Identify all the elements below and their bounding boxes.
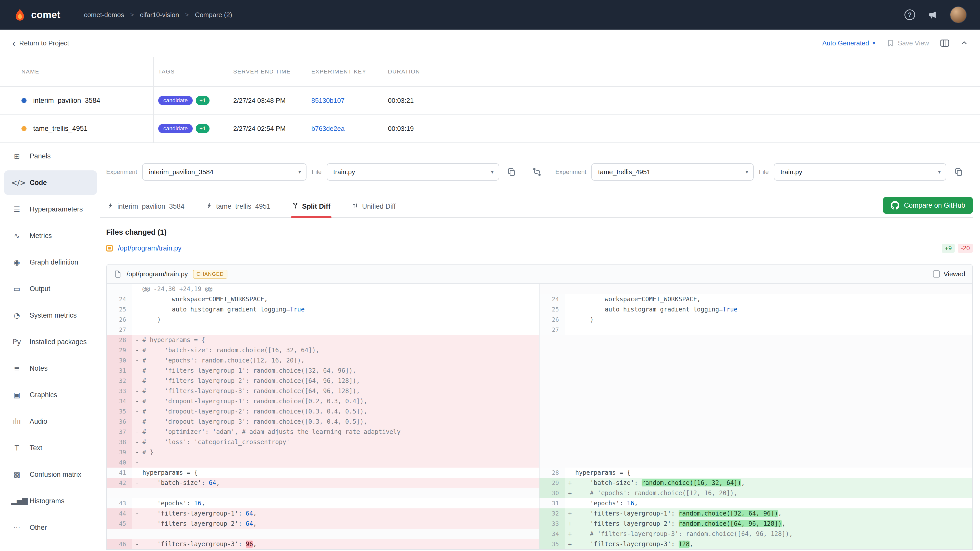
- code-token: # 'filters-layergroup-2': random.choice(…: [142, 377, 360, 384]
- code-text: -: [132, 457, 539, 468]
- code-token: ,: [778, 510, 782, 517]
- comet-logo[interactable]: comet: [13, 8, 60, 21]
- code-token: auto_histogram_gradient_logging=: [142, 306, 290, 313]
- breadcrumb-item-comet-demos[interactable]: comet-demos: [84, 11, 124, 19]
- name-cell: interim_pavilion_3584: [0, 97, 153, 105]
- code-icon: </>: [11, 179, 22, 187]
- experiment-key-link[interactable]: 85130b107: [311, 97, 345, 105]
- main-content: Experiment interim_pavilion_3584 ▾ File …: [100, 143, 980, 551]
- code-text: [565, 376, 972, 386]
- left-diff-line: 36-# 'dropout-layergroup-3': random.choi…: [107, 416, 539, 427]
- table-layout-icon[interactable]: [940, 38, 950, 48]
- right-diff-line: 33+ 'filters-layergroup-2': random.choic…: [539, 519, 972, 529]
- table-row[interactable]: interim_pavilion_3584candidate+12/27/24 …: [0, 87, 980, 115]
- sidebar-item-code[interactable]: </>Code: [4, 170, 97, 195]
- code-token: ,: [253, 520, 256, 527]
- tag-chip[interactable]: candidate: [158, 96, 192, 105]
- tag-count-chip[interactable]: +1: [196, 124, 209, 133]
- line-number: 25: [107, 304, 132, 314]
- sidebar-item-hyperparameters[interactable]: ☰Hyperparameters: [4, 197, 97, 221]
- experiment-name[interactable]: tame_trellis_4951: [33, 125, 88, 133]
- right-diff-line: [539, 355, 972, 365]
- file-select-right-value: train.py: [780, 168, 802, 176]
- file-select-right[interactable]: train.py ▾: [774, 163, 946, 181]
- tag-chip[interactable]: candidate: [158, 124, 192, 133]
- tab-label: Split Diff: [302, 203, 331, 210]
- view-selector-dropdown[interactable]: Auto Generated ▾: [822, 39, 875, 47]
- tab-split-diff[interactable]: Split Diff: [291, 197, 331, 218]
- line-number: 29: [539, 478, 565, 488]
- sidebar-item-metrics[interactable]: ∿Metrics: [4, 224, 97, 248]
- diff-marker: -: [135, 427, 142, 437]
- code-text: [565, 345, 972, 355]
- tab-interim-pavilion-3584[interactable]: interim_pavilion_3584: [106, 197, 186, 218]
- experiment-key-link[interactable]: b763de2ea: [311, 125, 345, 133]
- line-number: 33: [539, 519, 565, 529]
- line-number: [539, 365, 565, 376]
- sidebar-item-audio[interactable]: ılııAudio: [4, 409, 97, 433]
- sidebar-item-text[interactable]: TText: [4, 436, 97, 460]
- chevron-down-icon: ▾: [491, 169, 493, 175]
- installed-packages-icon: Py: [11, 338, 22, 346]
- sidebar-item-output[interactable]: ▭Output: [4, 276, 97, 301]
- breadcrumb-item-compare-2[interactable]: Compare (2): [195, 11, 232, 19]
- changed-file-link[interactable]: /opt/program/train.py: [118, 245, 181, 252]
- code-text: -# 'batch-size': random.choice([16, 32, …: [132, 345, 539, 355]
- line-number: [539, 437, 565, 447]
- file-select-left[interactable]: train.py ▾: [327, 163, 499, 181]
- code-text: ): [565, 314, 972, 325]
- diff-marker: [135, 294, 142, 304]
- right-diff-line: 25 auto_histogram_gradient_logging=True: [539, 304, 972, 314]
- column-header-duration: DURATION: [383, 68, 980, 75]
- copy-file-left-button[interactable]: [504, 165, 519, 179]
- sidebar-item-confusion-matrix[interactable]: ▩Confusion matrix: [4, 462, 97, 487]
- code-token: 'epochs':: [142, 500, 194, 507]
- tab-unified-diff[interactable]: Unified Diff: [351, 197, 397, 218]
- audio-icon: ılıı: [11, 417, 22, 426]
- top-nav: comet comet-demos>cifar10-vision>Compare…: [0, 0, 980, 30]
- breadcrumb-separator: >: [185, 11, 189, 18]
- help-icon[interactable]: ?: [904, 10, 915, 20]
- code-text: hyperparams = {: [132, 468, 539, 478]
- sidebar-item-system-metrics[interactable]: ◔System metrics: [4, 303, 97, 327]
- copy-file-right-button[interactable]: [951, 165, 966, 179]
- line-number: 24: [107, 294, 132, 304]
- experiment-select-left[interactable]: interim_pavilion_3584 ▾: [142, 163, 307, 181]
- line-number: 27: [107, 325, 132, 335]
- collapse-panel-icon[interactable]: [961, 40, 968, 47]
- sidebar-item-label: Notes: [30, 365, 48, 372]
- viewed-checkbox[interactable]: [933, 270, 940, 278]
- code-token: True: [723, 306, 738, 313]
- user-avatar[interactable]: [950, 6, 967, 23]
- whats-new-icon[interactable]: [928, 10, 938, 20]
- compare-on-github-button[interactable]: Compare on GitHub: [883, 197, 973, 214]
- left-diff-line: 43 'epochs': 16,: [107, 498, 539, 508]
- sidebar-item-graphics[interactable]: ▣Graphics: [4, 383, 97, 407]
- code-token: random.choice([64, 96, 128]): [679, 520, 782, 527]
- save-view-button[interactable]: Save View: [886, 39, 929, 47]
- tag-count-chip[interactable]: +1: [196, 96, 209, 105]
- sidebar-item-histograms[interactable]: ▂▅▇Histograms: [4, 489, 97, 513]
- sidebar-item-graph-definition[interactable]: ◉Graph definition: [4, 250, 97, 275]
- breadcrumb-item-cifar10-vision[interactable]: cifar10-vision: [140, 11, 179, 19]
- line-number: 45: [107, 519, 132, 529]
- left-diff-line: 44- 'filters-layergroup-1': 64,: [107, 508, 539, 519]
- return-to-project-link[interactable]: ‹ Return to Project: [12, 39, 69, 48]
- table-row[interactable]: tame_trellis_4951candidate+12/27/24 02:5…: [0, 115, 980, 143]
- code-text: [565, 284, 972, 294]
- code-text: -# 'dropout-layergroup-2': random.choice…: [132, 407, 539, 416]
- code-token: # 'loss': 'categorical_crossentropy': [142, 438, 290, 446]
- experiment-name[interactable]: interim_pavilion_3584: [33, 97, 100, 105]
- code-text: [132, 325, 539, 335]
- sidebar-item-notes[interactable]: ≡Notes: [4, 356, 97, 381]
- sidebar-item-installed-packages[interactable]: PyInstalled packages: [4, 330, 97, 354]
- left-diff-line: 29-# 'batch-size': random.choice([16, 32…: [107, 345, 539, 355]
- tab-tame-trellis-4951[interactable]: tame_trellis_4951: [205, 197, 272, 218]
- sidebar-item-panels[interactable]: ⊞Panels: [4, 144, 97, 168]
- experiment-select-left-value: interim_pavilion_3584: [149, 168, 213, 176]
- code-text: [565, 335, 972, 345]
- sidebar-item-other[interactable]: ⋯Other: [4, 515, 97, 540]
- diff-marker: -: [135, 478, 142, 488]
- experiment-select-right[interactable]: tame_trellis_4951 ▾: [591, 163, 754, 181]
- code-token: 'batch-size':: [142, 479, 209, 486]
